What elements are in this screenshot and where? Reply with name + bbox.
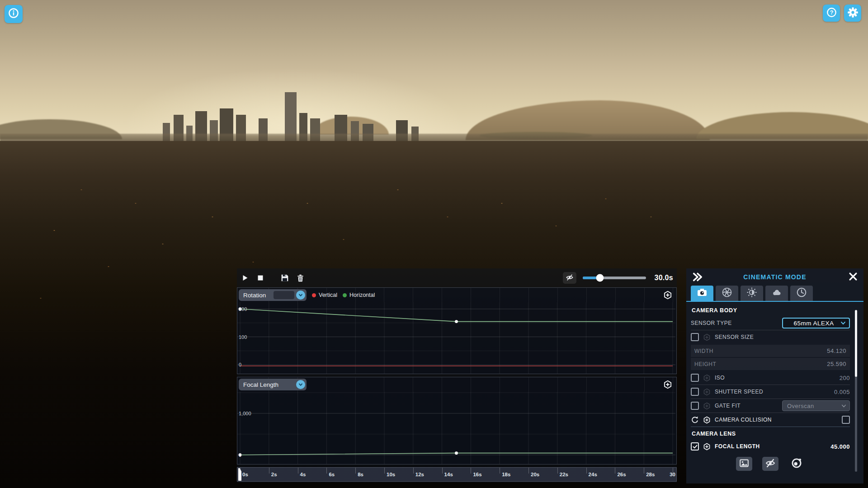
gate-fit-row: GATE FIT Overscan (691, 399, 850, 413)
camera-collision-checkbox[interactable] (842, 416, 850, 424)
keyframe-icon (703, 388, 711, 396)
svg-text:100: 100 (239, 334, 247, 340)
shutter-speed-row: SHUTTER SPEED 0.005 (691, 385, 850, 399)
focal-length-channel-dropdown[interactable]: Focal Length (239, 379, 307, 390)
panel-action-buttons (691, 457, 850, 471)
legend-dot-vertical (312, 293, 316, 297)
timeline-toolbar: 30.0s (237, 268, 677, 287)
legend-vertical: Vertical (312, 292, 337, 298)
reset-icon[interactable] (691, 416, 699, 424)
chevron-down-icon (296, 380, 305, 389)
info-button[interactable] (5, 5, 23, 23)
ruler-tick-label: 6s (329, 472, 335, 477)
stop-button[interactable] (255, 272, 266, 283)
panel-header: CINEMATIC MODE (686, 268, 863, 286)
camera-collision-row: CAMERA COLLISION (691, 413, 850, 427)
ruler-tick (240, 468, 241, 474)
iso-value: 200 (840, 375, 850, 381)
eye-off-icon (566, 273, 574, 283)
focal-length-label: FOCAL LENGTH (715, 443, 760, 450)
add-keyframe-icon[interactable] (663, 290, 673, 300)
ruler-tick (326, 468, 327, 474)
keyframe-icon (703, 374, 711, 382)
circle-dot-icon (791, 457, 802, 471)
delete-button[interactable] (295, 272, 306, 283)
tab-aperture[interactable] (716, 286, 738, 301)
iso-checkbox[interactable] (691, 374, 699, 382)
svg-text:1,000: 1,000 (239, 411, 251, 416)
duration-label: 30.0s (652, 274, 673, 282)
sensor-type-label: SENSOR TYPE (691, 320, 732, 326)
shutter-speed-checkbox[interactable] (691, 388, 699, 396)
legend-horizontal: Horizontal (343, 292, 375, 298)
ruler-tick-label: 16s (473, 472, 481, 477)
rotation-curve-chart[interactable]: 2001000 (237, 302, 675, 374)
panel-scrollbar[interactable] (855, 310, 857, 472)
keyframe-icon (703, 333, 711, 341)
ruler-tick-label: 12s (415, 472, 424, 477)
camera-collision-label: CAMERA COLLISION (715, 417, 772, 423)
focal-dropdown-label: Focal Length (243, 381, 296, 388)
time-ruler[interactable]: 0s2s4s6s8s10s12s14s16s18s20s22s24s26s28s… (237, 467, 677, 482)
info-icon (8, 7, 19, 21)
scrollbar-thumb[interactable] (855, 310, 857, 377)
sensor-size-label: SENSOR SIZE (715, 334, 754, 340)
ruler-tick-label: 2s (271, 472, 277, 477)
sun-exposure-icon (746, 287, 757, 300)
ruler-tick (269, 468, 269, 474)
screenshot-button[interactable] (736, 457, 752, 471)
cinematic-mode-panel: CINEMATIC MODE (686, 268, 863, 483)
focal-length-checkbox[interactable] (691, 442, 699, 450)
sensor-width-row: WIDTH 54.120 (691, 345, 850, 357)
sensor-type-dropdown[interactable]: 65mm ALEXA (782, 318, 850, 328)
aperture-icon (722, 287, 732, 300)
rotation-curve-section: Rotation Vertical Horizontal (237, 287, 677, 374)
panel-title: CINEMATIC MODE (686, 273, 863, 281)
add-keyframe-icon[interactable] (703, 443, 711, 450)
capture-target-button[interactable] (788, 457, 805, 471)
tab-weather[interactable] (765, 286, 788, 301)
add-keyframe-icon[interactable] (703, 416, 711, 424)
eye-off-icon (765, 458, 776, 470)
play-button[interactable] (240, 272, 250, 283)
sensor-size-checkbox[interactable] (691, 333, 699, 341)
save-button[interactable] (279, 272, 290, 283)
gate-fit-dropdown[interactable]: Overscan (782, 400, 850, 411)
ruler-tick-label: 18s (502, 472, 510, 477)
tab-time[interactable] (790, 286, 813, 301)
ruler-tick (355, 468, 356, 474)
sensor-size-row: SENSOR SIZE (691, 330, 850, 344)
ruler-tick-label: 20s (531, 472, 539, 477)
chevron-down-icon (296, 291, 305, 300)
camera-lens-header: CAMERA LENS (692, 431, 850, 437)
settings-button[interactable] (844, 5, 861, 22)
camera-body-header: CAMERA BODY (692, 307, 850, 314)
collapse-panel-icon[interactable] (692, 272, 703, 282)
hide-ui-button[interactable] (762, 457, 778, 471)
game-viewport: ? (0, 0, 868, 488)
ruler-tick-label: 28s (646, 472, 655, 477)
keyframe-icon (703, 402, 711, 410)
ruler-tick (442, 468, 443, 474)
gate-fit-checkbox[interactable] (691, 402, 699, 410)
help-button[interactable]: ? (823, 5, 840, 22)
focal-length-curve-chart[interactable]: 1,0000 (237, 392, 675, 464)
width-label: WIDTH (694, 348, 713, 354)
tab-exposure[interactable] (741, 286, 763, 301)
panel-tabs (691, 286, 813, 301)
gate-fit-label: GATE FIT (715, 403, 741, 409)
ruler-tick-label: 8s (358, 472, 363, 477)
rotation-channel-dropdown[interactable]: Rotation (239, 289, 307, 301)
tab-camera-body[interactable] (691, 286, 713, 301)
cloud-icon (771, 287, 782, 300)
ruler-tick (500, 468, 500, 474)
ruler-tick-label: 26s (617, 472, 626, 477)
add-keyframe-icon[interactable] (663, 380, 673, 389)
slider-thumb[interactable] (596, 274, 604, 282)
tab-underline (686, 301, 863, 302)
height-label: HEIGHT (694, 361, 716, 367)
timeline-visibility-toggle[interactable] (563, 272, 576, 284)
ruler-tick (413, 468, 414, 474)
close-icon[interactable] (848, 272, 859, 282)
playback-speed-slider[interactable] (583, 277, 646, 279)
